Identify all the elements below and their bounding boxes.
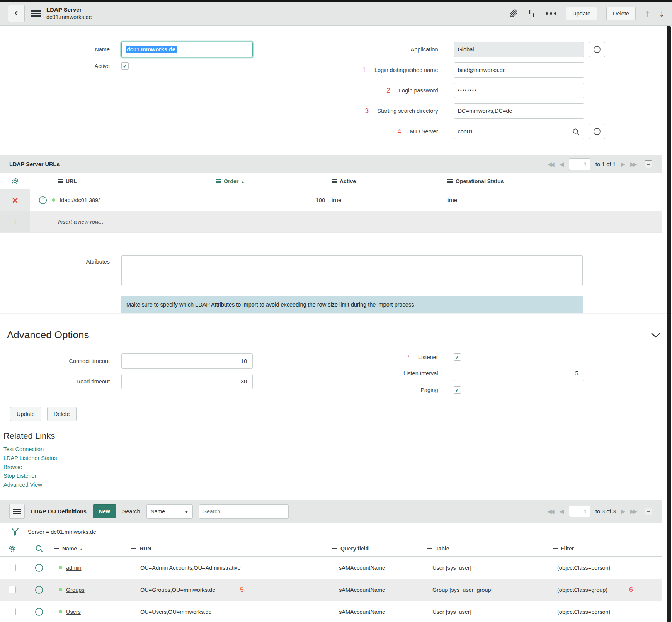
form-right-column: Application Global 1Login distinguished …	[336, 42, 672, 144]
login-password-field[interactable]: ••••••••	[454, 83, 584, 98]
row-info-icon[interactable]	[35, 564, 43, 572]
search-directory-field[interactable]: DC=mmworks,DC=de	[454, 103, 584, 119]
link-stop-listener[interactable]: Stop Listener	[3, 472, 672, 481]
mid-server-lookup-button[interactable]	[568, 124, 584, 139]
annotation-marker-5: 5	[240, 586, 244, 594]
read-timeout-field[interactable]: 30	[121, 374, 253, 389]
connect-timeout-label: Connect timeout	[0, 358, 121, 364]
insert-row-cell[interactable]: Insert a new row...	[30, 211, 662, 233]
attributes-label: Attributes	[0, 255, 121, 286]
attachment-paperclip-icon[interactable]	[509, 9, 518, 18]
ou-name-link[interactable]: Groups	[66, 587, 85, 593]
row-info-icon[interactable]	[35, 608, 43, 616]
listener-checkbox[interactable]	[454, 353, 461, 361]
previous-record-icon[interactable]	[645, 7, 650, 19]
delete-row-icon	[12, 195, 18, 205]
row-info-cell	[24, 557, 54, 579]
plus-icon	[12, 217, 18, 227]
ou-search-row-toggle[interactable]	[24, 541, 54, 557]
listen-interval-field[interactable]: 5	[454, 366, 584, 381]
previous-page-icon[interactable]	[559, 508, 564, 515]
first-page-icon[interactable]	[547, 508, 554, 515]
ou-filter-text[interactable]: Server = dc01.mmworks.de	[28, 529, 96, 535]
connect-timeout-field[interactable]: 10	[121, 353, 253, 369]
column-menu-icon	[427, 547, 432, 550]
next-record-icon[interactable]	[659, 7, 664, 19]
vertical-scrollbar[interactable]	[667, 26, 671, 622]
active-checkbox[interactable]	[121, 62, 129, 70]
urls-page-input[interactable]	[569, 158, 590, 170]
urls-col-url[interactable]: URL	[30, 173, 216, 189]
ou-name-link[interactable]: Users	[66, 609, 81, 615]
next-page-icon[interactable]	[621, 508, 625, 515]
name-field[interactable]: dc01.mmworks.de	[121, 42, 253, 57]
last-page-icon[interactable]	[630, 508, 637, 515]
ou-search-input[interactable]	[199, 504, 289, 519]
personalize-form-icon[interactable]	[527, 9, 536, 18]
row-name-cell: Groups	[54, 579, 131, 601]
ou-col-rdn[interactable]: RDN	[131, 541, 332, 557]
ou-name-link[interactable]: admin	[66, 565, 82, 571]
mid-server-field[interactable]: con01	[454, 124, 568, 139]
urls-col-active[interactable]: Active	[332, 173, 447, 189]
column-menu-icon	[332, 179, 337, 183]
urls-gear-header[interactable]	[0, 173, 30, 189]
login-dn-field[interactable]: bind@mmworks.de	[454, 62, 584, 78]
link-test-connection[interactable]: Test Connection	[3, 445, 672, 454]
more-options-icon[interactable]	[546, 12, 556, 15]
annotation-marker-1: 1	[362, 66, 366, 74]
collapse-list-button[interactable]	[645, 160, 652, 168]
row-name-cell: admin	[54, 557, 131, 579]
row-info-icon[interactable]	[39, 196, 47, 204]
first-page-icon[interactable]	[547, 161, 554, 168]
row-select-cell	[0, 579, 24, 601]
urls-col-op-status[interactable]: Operational Status	[447, 173, 662, 189]
paging-checkbox[interactable]	[454, 386, 461, 394]
row-checkbox[interactable]	[9, 564, 16, 571]
urls-col-order[interactable]: Order	[216, 173, 332, 189]
form-left-column: Name dc01.mmworks.de Active	[0, 42, 336, 144]
application-info-button[interactable]	[589, 42, 605, 57]
mid-server-info-button[interactable]	[589, 124, 605, 139]
header-update-button[interactable]: Update	[566, 7, 597, 20]
previous-page-icon[interactable]	[559, 161, 564, 168]
column-menu-icon	[58, 179, 63, 183]
ou-page-input[interactable]	[569, 506, 590, 517]
link-advanced-view[interactable]: Advanced View	[3, 481, 672, 489]
advanced-options-section[interactable]: Advanced Options	[0, 313, 672, 351]
row-checkbox[interactable]	[9, 586, 16, 593]
chevron-down-icon[interactable]	[650, 332, 661, 338]
url-row-delete[interactable]	[0, 189, 30, 211]
urls-page-range: to 1 of 1	[595, 161, 616, 167]
link-ldap-listener-status[interactable]: LDAP Listener Status	[3, 454, 672, 463]
ou-search-field-select[interactable]: Name	[146, 504, 193, 519]
next-page-icon[interactable]	[621, 161, 625, 168]
form-delete-button[interactable]: Delete	[47, 407, 77, 421]
ou-list-menu-button[interactable]	[9, 504, 25, 519]
last-page-icon[interactable]	[630, 161, 637, 168]
form-update-button[interactable]: Update	[10, 407, 41, 421]
url-link[interactable]: ldap://dc01:389/	[60, 197, 100, 203]
row-checkbox[interactable]	[9, 608, 16, 615]
attributes-field[interactable]	[121, 255, 583, 286]
attributes-hint-message: Make sure to specify which LDAP Attribut…	[121, 296, 583, 313]
ou-col-filter[interactable]: Filter	[553, 541, 662, 557]
ou-new-button[interactable]: New	[93, 504, 116, 518]
back-button[interactable]	[8, 5, 25, 22]
header-delete-button[interactable]: Delete	[606, 7, 636, 20]
paging-label: Paging	[336, 387, 454, 393]
filter-funnel-icon[interactable]	[11, 527, 19, 537]
row-info-icon[interactable]	[35, 586, 43, 594]
ou-col-table[interactable]: Table	[427, 541, 553, 557]
record-subtitle: dc01.mmworks.de	[46, 14, 92, 21]
advanced-options-title: Advanced Options	[7, 329, 89, 341]
search-directory-label: Starting search directory	[377, 108, 438, 114]
link-browse[interactable]: Browse	[3, 463, 672, 472]
ou-col-query[interactable]: Query field	[332, 541, 427, 557]
ou-col-name[interactable]: Name	[54, 541, 131, 557]
ou-gear-header[interactable]	[0, 541, 24, 557]
collapse-list-button[interactable]	[645, 508, 652, 515]
insert-row-button[interactable]	[0, 211, 30, 233]
column-menu-icon	[54, 547, 59, 550]
context-menu-icon[interactable]	[31, 10, 41, 17]
